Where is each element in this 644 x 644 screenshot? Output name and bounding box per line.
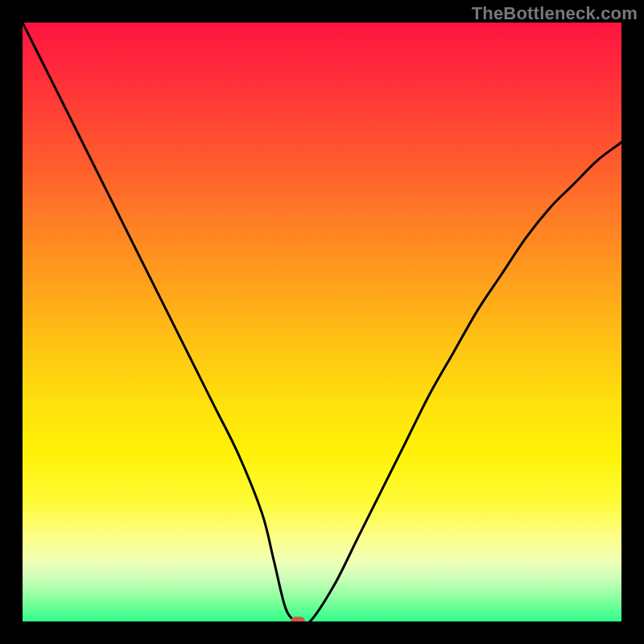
optimum-marker [291, 617, 305, 621]
chart-frame: TheBottleneck.com [0, 0, 644, 644]
bottleneck-curve [23, 23, 621, 621]
plot-area [23, 23, 621, 621]
watermark-text: TheBottleneck.com [472, 3, 638, 24]
